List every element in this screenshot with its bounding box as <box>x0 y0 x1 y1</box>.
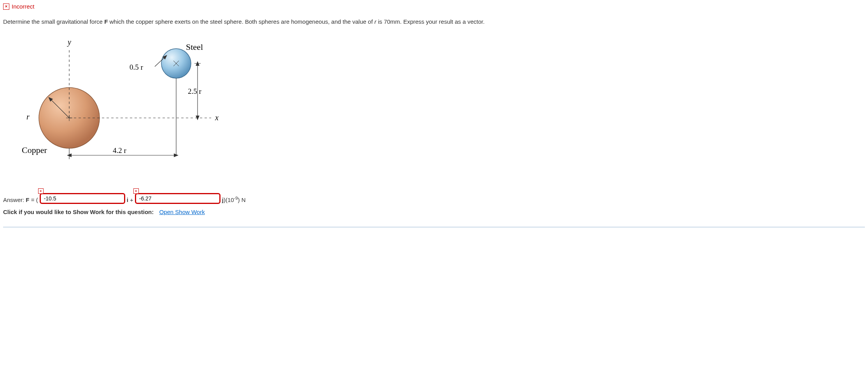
steel-label: Steel <box>186 42 203 52</box>
question-part1: Determine the small gravitational force <box>3 18 104 25</box>
answer-input-i[interactable] <box>40 193 125 204</box>
spheres-diagram-svg: y x r Copper Steel 0.5 r 2.5 r 4.2 r <box>11 36 229 176</box>
question-part3: is 70mm. Express your result as a vector… <box>376 18 485 25</box>
question-part2: which the copper sphere exerts on the st… <box>108 18 374 25</box>
diagram: y x r Copper Steel 0.5 r 2.5 r 4.2 r <box>11 36 865 177</box>
answer-prefix: Answer: <box>3 197 26 203</box>
answer-label: Answer: F = ( <box>3 197 38 204</box>
plus-sign: + <box>128 197 133 203</box>
input-1-incorrect-icon: × <box>38 188 44 194</box>
divider <box>3 227 865 227</box>
y-axis-label: y <box>67 38 71 47</box>
x-axis-label: x <box>215 113 219 122</box>
answer-row: Answer: F = ( × i + × j)(10-9) N <box>3 193 865 204</box>
status-text: Incorrect <box>12 3 34 10</box>
question-bold-F: F <box>104 18 108 25</box>
answer-input-j[interactable] <box>135 193 220 204</box>
input-2-incorrect-icon: × <box>133 188 139 194</box>
answer-F: F <box>26 197 29 203</box>
status-line: × Incorrect <box>3 3 865 10</box>
incorrect-icon: × <box>3 4 9 10</box>
copper-label: Copper <box>22 145 47 155</box>
dim-05r: 0.5 r <box>130 63 144 71</box>
dim-42r: 4.2 r <box>113 146 127 155</box>
suffix-open: )(10 <box>224 197 234 203</box>
r-label: r <box>26 112 30 121</box>
input-2-wrap: × <box>135 193 220 204</box>
show-work-row: Click if you would like to Show Work for… <box>3 209 865 215</box>
dim-25r: 2.5 r <box>188 87 202 95</box>
input-1-wrap: × <box>40 193 125 204</box>
unit-i: i + <box>127 197 133 204</box>
show-work-prompt: Click if you would like to Show Work for… <box>3 209 154 215</box>
answer-equals: = ( <box>30 197 38 203</box>
suffix-exp: -9 <box>234 196 238 200</box>
question-text: Determine the small gravitational force … <box>3 18 865 26</box>
unit-suffix: j)(10-9) N <box>222 196 246 204</box>
open-show-work-link[interactable]: Open Show Work <box>159 209 205 215</box>
suffix-close: ) N <box>238 197 246 203</box>
